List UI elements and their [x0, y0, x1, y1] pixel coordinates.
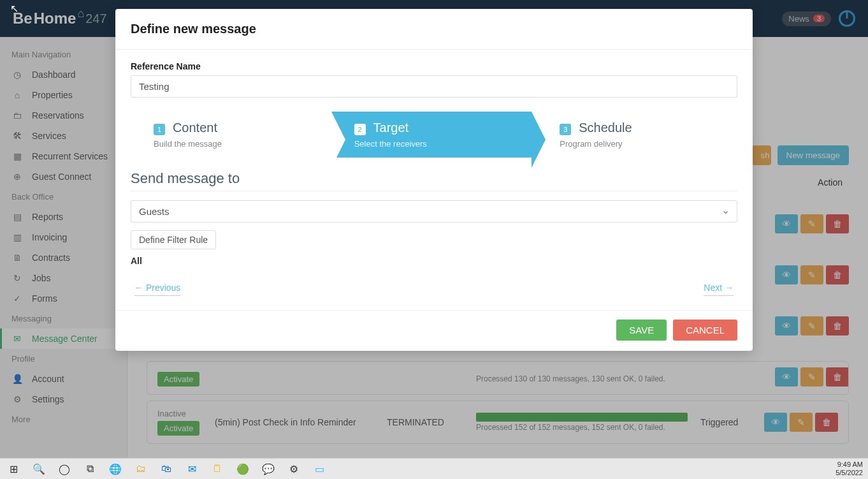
cancel-button[interactable]: CANCEL — [673, 320, 737, 341]
store-icon[interactable]: 🛍 — [158, 461, 175, 477]
step-schedule[interactable]: 3 Schedule Program delivery — [532, 112, 737, 158]
slack-icon[interactable]: 💬 — [260, 461, 277, 477]
mail-app-icon[interactable]: ✉ — [184, 461, 200, 477]
app-icon[interactable]: ▭ — [311, 461, 328, 477]
previous-link[interactable]: ← Previous — [134, 283, 180, 296]
reference-name-input[interactable] — [131, 75, 737, 98]
filter-all-label: All — [131, 256, 737, 266]
reference-name-label: Reference Name — [131, 61, 737, 71]
explorer-icon[interactable]: 🗂 — [133, 461, 149, 477]
save-button[interactable]: SAVE — [616, 320, 667, 341]
clock[interactable]: 9:49 AM 5/5/2022 — [835, 461, 863, 477]
taskview-icon[interactable]: ⧉ — [82, 461, 98, 477]
step-title: Schedule — [579, 121, 632, 135]
step-number: 3 — [560, 124, 571, 135]
step-desc: Select the receivers — [354, 139, 519, 149]
notes-icon[interactable]: 🗒 — [209, 461, 226, 477]
modal-title: Define new message — [131, 22, 737, 36]
settings-app-icon[interactable]: ⚙ — [286, 461, 302, 477]
step-number: 1 — [154, 124, 165, 135]
start-icon[interactable]: ⊞ — [5, 461, 22, 477]
step-desc: Build the message — [154, 139, 319, 149]
next-link[interactable]: Next → — [704, 283, 734, 296]
step-desc: Program delivery — [560, 139, 725, 149]
step-content[interactable]: 1 Content Build the message — [131, 112, 331, 158]
define-message-modal: Define new message Reference Name 1 Cont… — [115, 9, 753, 351]
send-to-heading: Send message to — [131, 170, 737, 191]
step-number: 2 — [354, 124, 366, 135]
modal-header: Define new message — [115, 9, 753, 50]
taskbar-time: 9:49 AM — [835, 461, 863, 469]
step-target[interactable]: 2 Target Select the receivers — [331, 112, 532, 158]
define-filter-button[interactable]: Define Filter Rule — [131, 230, 216, 249]
taskbar: ⊞ 🔍 ◯ ⧉ 🌐 🗂 🛍 ✉ 🗒 🟢 💬 ⚙ ▭ 9:49 AM 5/5/20… — [0, 458, 868, 479]
search-icon[interactable]: 🔍 — [31, 461, 47, 477]
step-title: Content — [173, 121, 217, 135]
recipient-select[interactable]: Guests — [131, 200, 737, 223]
chrome-icon[interactable]: 🟢 — [235, 461, 251, 477]
edge-icon[interactable]: 🌐 — [107, 461, 124, 477]
wizard-stepper: 1 Content Build the message 2 Target Sel… — [131, 112, 737, 158]
taskbar-date: 5/5/2022 — [835, 469, 863, 477]
step-title: Target — [373, 121, 409, 135]
cortana-icon[interactable]: ◯ — [56, 461, 73, 477]
